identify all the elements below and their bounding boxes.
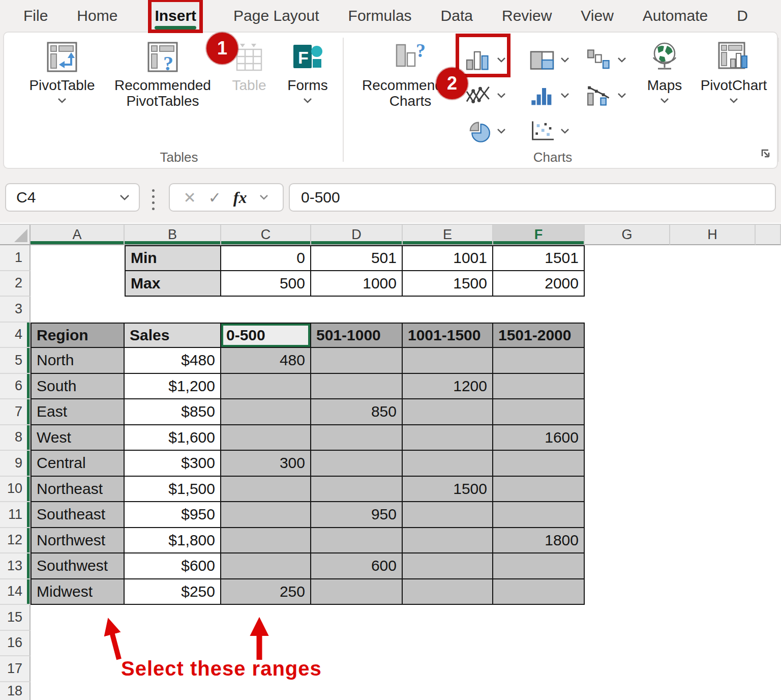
cell-d15[interactable] [311,605,403,631]
cell-a6[interactable]: South [31,374,125,400]
row-header-13[interactable]: 13 [0,553,31,579]
column-header-d[interactable]: D [311,225,403,245]
column-header-a[interactable]: A [31,225,125,245]
cell-c2[interactable]: 500 [221,271,311,297]
cell-f9[interactable] [493,451,585,477]
cancel-entry-icon[interactable]: ✕ [184,189,196,207]
column-header-f[interactable]: F [493,225,585,245]
column-header-c[interactable]: C [221,225,311,245]
cell-d12[interactable] [311,528,403,554]
cell-e16[interactable] [403,631,493,657]
cell-a8[interactable]: West [31,425,125,451]
cell-d10[interactable] [311,477,403,503]
cell-e3[interactable] [403,297,493,323]
cell-f3[interactable] [493,297,585,323]
charts-dialog-launcher[interactable] [758,145,774,162]
cell-d1[interactable]: 501 [311,245,403,271]
cell-h16[interactable] [670,631,756,657]
cell-g8[interactable] [585,425,670,451]
row-header-12[interactable]: 12 [0,528,31,554]
cell-a4[interactable]: Region [31,323,125,348]
cell-c10[interactable] [221,477,311,503]
cell-g13[interactable] [585,553,670,579]
cell-d7[interactable]: 850 [311,399,403,425]
cell-g2[interactable] [585,271,670,297]
column-header-e[interactable]: E [403,225,493,245]
cell-h9[interactable] [670,451,756,477]
cell-g6[interactable] [585,374,670,400]
cell-h12[interactable] [670,528,756,554]
insert-function-icon[interactable]: fx [233,188,247,207]
column-header-g[interactable]: G [585,225,670,245]
row-header-15[interactable]: 15 [0,605,31,631]
cell-h8[interactable] [670,425,756,451]
formula-input[interactable]: 0-500 [289,183,776,212]
insert-line-chart-button[interactable] [465,81,506,110]
cell-b6[interactable]: $1,200 [125,374,221,400]
cell-a11[interactable]: Southeast [31,502,125,528]
cell-g9[interactable] [585,451,670,477]
insert-pie-chart-button[interactable] [465,117,506,145]
cell-d9[interactable] [311,451,403,477]
cell-b1[interactable]: Min [125,245,221,271]
cell-g18[interactable] [585,682,670,700]
cell-c11[interactable] [221,502,311,528]
cell-c7[interactable] [221,399,311,425]
cell-g14[interactable] [585,579,670,605]
tab-insert[interactable]: Insert [152,2,199,30]
cell-f5[interactable] [493,348,585,374]
cell-c16[interactable] [221,631,311,657]
cell-b8[interactable]: $1,600 [125,425,221,451]
cell-e14[interactable] [403,579,493,605]
cell-b13[interactable]: $600 [125,553,221,579]
tab-d[interactable]: D [737,2,748,30]
cell-b4[interactable]: Sales [125,323,221,348]
cell-d6[interactable] [311,374,403,400]
cell-b3[interactable] [125,297,221,323]
cell-d13[interactable]: 600 [311,553,403,579]
tab-file[interactable]: File [23,2,48,30]
tab-data[interactable]: Data [441,2,473,30]
insert-combo-chart-button[interactable] [586,81,627,110]
row-header-5[interactable]: 5 [0,348,31,374]
tab-page-layout[interactable]: Page Layout [233,2,319,30]
formula-bar-handle[interactable] [152,189,155,210]
cell-a18[interactable] [31,682,125,700]
cell-g7[interactable] [585,399,670,425]
cell-f12[interactable]: 1800 [493,528,585,554]
row-header-11[interactable]: 11 [0,502,31,528]
cell-a7[interactable]: East [31,399,125,425]
cell-f17[interactable] [493,656,585,682]
cell-a17[interactable] [31,656,125,682]
cell-g16[interactable] [585,631,670,657]
recommended-pivottables-button[interactable]: ? Recommended PivotTables [105,41,221,109]
tab-formulas[interactable]: Formulas [348,2,412,30]
cell-d8[interactable] [311,425,403,451]
cell-b11[interactable]: $950 [125,502,221,528]
cell-a16[interactable] [31,631,125,657]
cell-b15[interactable] [125,605,221,631]
cell-f13[interactable] [493,553,585,579]
cell-c5[interactable]: 480 [221,348,311,374]
pivotchart-button[interactable]: PivotChart [692,41,776,104]
cell-b9[interactable]: $300 [125,451,221,477]
cell-c3[interactable] [221,297,311,323]
cell-h2[interactable] [670,271,756,297]
maps-button[interactable]: Maps [640,41,689,104]
cell-a5[interactable]: North [31,348,125,374]
cell-h14[interactable] [670,579,756,605]
cell-h15[interactable] [670,605,756,631]
cell-h17[interactable] [670,656,756,682]
cell-h10[interactable] [670,477,756,503]
cell-g11[interactable] [585,502,670,528]
row-header-17[interactable]: 17 [0,656,31,682]
cell-e18[interactable] [403,682,493,700]
cell-f14[interactable] [493,579,585,605]
cell-g17[interactable] [585,656,670,682]
confirm-entry-icon[interactable]: ✓ [208,189,221,207]
cell-c6[interactable] [221,374,311,400]
cell-a13[interactable]: Southwest [31,553,125,579]
tab-home[interactable]: Home [77,2,117,30]
cell-f11[interactable] [493,502,585,528]
cell-d14[interactable] [311,579,403,605]
